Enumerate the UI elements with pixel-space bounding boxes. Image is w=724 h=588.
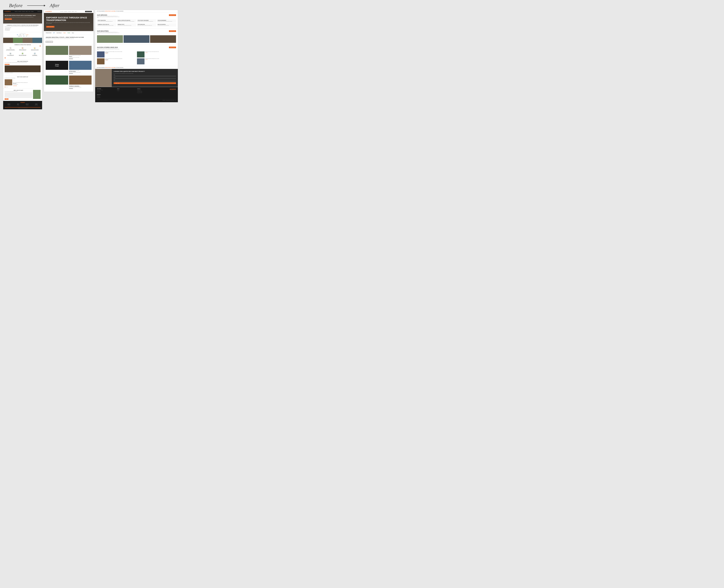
view-project-link-2[interactable]: VIEW PROJECT xyxy=(69,73,91,74)
footer-contact-suburb: Kensington VIC 3031 xyxy=(137,92,156,93)
success-card-4: Professional team that delivered outstan… xyxy=(137,58,176,64)
new-hero-content: EMPOWER SUCCESS THROUGH SPACE TRANSFORMA… xyxy=(46,17,91,28)
new-nav-industry[interactable]: INDUSTRY xyxy=(64,11,67,12)
old-nav-about[interactable]: ABOUT xyxy=(26,11,28,12)
badge-anz: ANZ xyxy=(17,34,18,35)
success-quote-btn[interactable]: REQUEST QUOTE xyxy=(169,47,176,48)
old-projects-badge[interactable]: ALL PROJECTS xyxy=(5,64,9,65)
old-nav-services[interactable]: SERVICES xyxy=(15,11,18,12)
old-hero-text: As builders and architects of change, we… xyxy=(5,17,41,18)
new-nav-blog[interactable]: BLOG xyxy=(75,11,77,12)
quote-form-section: LOOKING FOR A QUOTE FOR YOUR NEXT PROJEC… xyxy=(95,69,178,87)
partner-gpt: GPT xyxy=(53,32,55,34)
gallery-photo-1 xyxy=(97,35,123,43)
service-desc-4: Complete fitout services xyxy=(5,56,16,56)
services-header-left: OUR SERVICES As award-winning team, root… xyxy=(97,14,120,18)
old-name-field[interactable] xyxy=(5,92,32,93)
footer-industries-col: INDUSTRIES Commercial Fitout Shops Offic… xyxy=(97,88,116,93)
success-img-4 xyxy=(137,58,145,64)
footer-about-col: ABOUT Our Team Our Story xyxy=(117,88,136,93)
footer-industries-item-3: Industrial Fitout xyxy=(97,91,116,92)
dot-4[interactable] xyxy=(7,87,8,87)
new-service-text-1: Book a free consultation to discuss your… xyxy=(98,21,116,22)
success-card-1: We always seem to get the A-Team with Ag… xyxy=(97,51,136,58)
new-nav-about[interactable]: ABOUT xyxy=(72,11,74,12)
comparison-arrow xyxy=(27,5,45,6)
footer-projects-item-1: All Projects xyxy=(97,96,116,96)
old-footer-col-3: PROJECTS All Projects Case Studies xyxy=(23,104,32,107)
old-nav-blog[interactable]: BLOG xyxy=(28,11,30,12)
bottom-marquee-accent: OFFICE FITOUT & CULTURE xyxy=(105,67,115,68)
old-testimonials-subtitle: Our clients love their commercial office… xyxy=(5,78,41,79)
footer-projects-item-2: Telstra Purple xyxy=(97,97,116,97)
industrial-quote-btn[interactable]: REQUEST QUOTE xyxy=(46,41,53,43)
old-nav-contact[interactable]: CONTACT xyxy=(31,11,34,12)
footer-projects-item-3: Track Builders xyxy=(97,98,116,98)
form-mobile-input[interactable] xyxy=(113,78,176,79)
service-desc-1: Expert consulting for your construction … xyxy=(5,50,16,51)
old-nav-industry[interactable]: INDUSTRY xyxy=(18,11,21,12)
old-projects-section: OUR LATEST PROJECTS View our complete po… xyxy=(3,60,42,75)
footer-contact-col: CONTACT +1300 558 438 hello@agero.com.au… xyxy=(137,88,156,93)
new-quote-btn[interactable]: REQUEST QUOTE xyxy=(85,11,92,12)
form-submit-btn[interactable]: SUBMIT FORM xyxy=(113,82,176,84)
new-service-text-6: Commercial interior fitout to upgrade an… xyxy=(118,25,136,26)
project-img-warehouse xyxy=(46,46,68,55)
bottom-marquee-text-1: LET'S BUILD AMAZING xyxy=(97,67,105,68)
form-name-input[interactable] xyxy=(113,76,176,77)
service-card-2: 🏗️ PRINCIPAL CONSTRUCTION Full construct… xyxy=(17,46,28,51)
footer-contact-phone: +1300 558 438 xyxy=(137,90,156,90)
success-quote-2: Amazing work on the new space, couldn't … xyxy=(145,51,159,52)
dot-1[interactable] xyxy=(5,87,5,87)
new-service-text-5: Commercial interior fitout designed and … xyxy=(98,25,116,26)
new-service-card-7: OFFICE RENOVATION Office renovations to … xyxy=(137,23,156,26)
services-title: OUR SERVICES xyxy=(97,14,120,16)
success-card-3: It's great to work with someone you can … xyxy=(97,58,136,64)
old-request-quote-btn[interactable]: REQUEST A QUOTE xyxy=(5,18,12,20)
view-project-link-1[interactable]: VIEW PROJECT xyxy=(69,58,91,59)
old-services-title: COMMERCIAL OFFICE FITOUT SERVICES xyxy=(5,44,41,45)
project-name-1: ADSLOT xyxy=(69,56,91,57)
services-quote-btn[interactable]: REQUEST QUOTE xyxy=(169,14,176,16)
industrial-title: AMAZING INDUSTRIAL FITOUTS - GREAT WORKP… xyxy=(46,37,91,38)
badge-hesta: Hesta xyxy=(22,34,25,35)
old-message-field[interactable] xyxy=(5,96,32,98)
old-footer-logo: AGERO xyxy=(5,102,41,103)
service-card-4: 🏢 FITOUT & CONSTRUCTION Complete fitout … xyxy=(5,52,16,57)
service-card-3: 📐 DESIGN & BUILD SOLUTIONS Integrated de… xyxy=(29,46,41,51)
social-icon-1[interactable] xyxy=(38,11,39,12)
old-submit-btn[interactable]: SUBMIT xyxy=(5,99,8,100)
success-desc: As award-winning team, rooted in industr… xyxy=(97,48,120,50)
service-card-5: ✅ MAKE GOOD & MAKE READY Preparing space… xyxy=(17,52,28,57)
old-logo: AGERO xyxy=(4,11,11,12)
quote-form-content: LOOKING FOR A QUOTE FOR YOUR NEXT PROJEC… xyxy=(112,69,178,87)
social-icon-2[interactable] xyxy=(39,11,40,12)
refurb-icon: 🔄 xyxy=(34,52,36,55)
new-service-card-3: FITOUT PROJECT MANAGEMENT Drive style an… xyxy=(137,19,156,22)
old-footer: AGERO SERVICES Office Fitouts Constructi… xyxy=(3,101,42,109)
new-service-title-7: OFFICE RENOVATION xyxy=(138,24,156,25)
dot-3[interactable] xyxy=(6,87,7,87)
old-email-field[interactable] xyxy=(5,94,32,95)
form-email-input[interactable] xyxy=(113,81,176,82)
new-service-title-4: OFFICE REFURBISHMENT xyxy=(158,20,175,21)
view-project-link-3[interactable]: VIEW PROJECT xyxy=(69,88,91,89)
footer-col-title-4: CONTACT xyxy=(32,104,41,104)
new-nav-fitout[interactable]: BY FITOUT xyxy=(61,11,64,12)
photo-strip-4 xyxy=(33,38,42,43)
footer-badge-links: Members | Delivery | Privacy | Credits xyxy=(166,100,174,101)
new-service-card-5: COMMERCIAL OFFICE STARY-OUT Commercial i… xyxy=(97,23,116,26)
dot-2[interactable] xyxy=(5,87,6,87)
project-row-1: INDUSTRIAL WAREHOUSE FITOUT 2000 SQM ADS… xyxy=(46,46,91,59)
old-nav-projects[interactable]: PROJECTS xyxy=(22,11,25,12)
orange-dot-2 xyxy=(5,58,5,58)
new-nav-projects[interactable]: PROJECTS xyxy=(68,11,71,12)
footer-badges: SPECIALISTS Members | Delivery | Privacy… xyxy=(162,100,176,101)
old-project-caption: Commercial Office Fitout Melbourne xyxy=(5,73,41,74)
success-company-1: TELSTRA P... xyxy=(105,53,122,54)
success-card-2: Amazing work on the new space, couldn't … xyxy=(137,51,176,58)
form-email-label: EMAIL xyxy=(113,80,176,80)
new-hero-btn[interactable]: SPACE CALCULATOR xyxy=(46,26,55,27)
social-icon-3[interactable] xyxy=(40,11,41,12)
industries-quote-btn[interactable]: REQUEST QUOTE xyxy=(169,30,176,32)
